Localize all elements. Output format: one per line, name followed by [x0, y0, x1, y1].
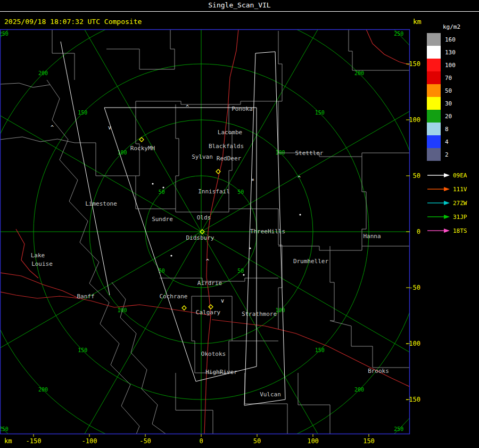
dot-marker — [170, 255, 172, 256]
right-axis-label: 150 — [409, 60, 420, 68]
scale-value: 30 — [445, 100, 452, 107]
radar-site-legend: 09EA111V27ZW31JP18TS — [427, 168, 478, 238]
range-ring-label: 150 — [315, 347, 325, 353]
asterisk-marker: * — [251, 178, 254, 184]
scale-row: 70 — [427, 71, 478, 84]
site-code: 27ZW — [453, 200, 467, 207]
scale-row: 20 — [427, 110, 478, 123]
site-code: 111V — [453, 186, 467, 193]
range-ring-label: 150 — [78, 347, 87, 353]
city-labels: PonokaLacombeBlackfaldsSylvanRedDeerStet… — [31, 105, 389, 398]
range-ring-label: 200 — [38, 70, 48, 76]
caret-marker: ^ — [51, 125, 54, 131]
radar-map: 5050505010010010010015015015015020020020… — [0, 0, 479, 448]
scale-swatch — [427, 33, 441, 46]
city-label-innisfail: Innisfail — [198, 188, 230, 195]
scale-row: 130 — [427, 46, 478, 59]
scale-row: 100 — [427, 59, 478, 71]
boundary-line — [176, 104, 179, 209]
boundary-line — [176, 373, 213, 434]
range-ring-label: 150 — [315, 110, 325, 116]
city-label-okotoks: Okotoks — [201, 351, 226, 357]
scale-value: 2 — [445, 151, 449, 158]
boundary-line — [136, 101, 139, 209]
range-ring-250km — [0, 0, 479, 448]
dot-marker — [249, 247, 251, 249]
scale-value: 4 — [445, 139, 449, 145]
site-code: 31JP — [453, 214, 467, 221]
site-arrow-icon — [427, 186, 450, 192]
bottom-axis-label: 100 — [307, 437, 319, 445]
bottom-axis-label: -150 — [26, 437, 42, 445]
range-ring-label: 50 — [237, 268, 244, 274]
range-ring-label: 250 — [0, 31, 9, 37]
city-label-reddeer: RedDeer — [217, 155, 242, 162]
right-axis-label: -100 — [405, 340, 420, 347]
city-label-olds: Olds — [197, 214, 211, 221]
city-label-limestone: Limestone — [85, 200, 117, 207]
site-arrow-icon — [427, 214, 450, 220]
city-label-calgary: Calgary — [196, 309, 221, 316]
scale-value: 160 — [445, 36, 456, 43]
site-row: 111V — [427, 182, 478, 196]
highway-line — [212, 320, 410, 387]
range-ring-label: 200 — [354, 70, 364, 76]
range-ring-label: 100 — [275, 150, 285, 156]
vee-marker: v — [108, 125, 111, 131]
right-axis-label: 50 — [413, 172, 420, 180]
scale-swatch — [427, 148, 441, 161]
station-diamond-marker — [209, 305, 213, 309]
range-ring-label: 200 — [354, 387, 364, 393]
right-axis-label: -50 — [409, 284, 420, 291]
city-label-drumheller: Drumheller — [293, 258, 329, 265]
right-axis-label: 0 — [417, 228, 420, 235]
scale-row: 4 — [427, 135, 478, 148]
site-arrow-icon — [427, 227, 450, 234]
scale-row: 30 — [427, 97, 478, 110]
dot-marker — [162, 186, 164, 188]
right-axis-label: -150 — [405, 396, 420, 403]
site-row: 27ZW — [427, 196, 478, 210]
scale-swatch — [427, 84, 441, 97]
scale-swatch — [427, 110, 441, 123]
site-arrow-icon — [427, 172, 450, 178]
scale-value: 50 — [445, 87, 452, 94]
city-label-banff: Banff — [77, 293, 94, 300]
scale-value: 20 — [445, 113, 452, 120]
dot-marker — [243, 274, 244, 275]
caret-marker: ^ — [186, 104, 189, 110]
dot-marker — [299, 214, 301, 215]
city-label-lake: Lake — [31, 252, 45, 259]
city-label-louise: Louise — [31, 260, 53, 267]
station-diamond-marker — [182, 306, 186, 310]
range-ring-label: 50 — [237, 189, 244, 195]
bottom-axis-unit: km — [4, 437, 12, 445]
scale-swatch — [427, 71, 441, 84]
city-label-cochrane: Cochrane — [160, 293, 188, 300]
site-row: 31JP — [427, 210, 478, 224]
site-arrow-icon — [427, 200, 450, 206]
radar-viewer-window: Single_Scan_VIL 2025/09/18 18:07:32 UTC … — [0, 0, 479, 448]
city-label-rockymh: RockyMH — [130, 145, 155, 152]
range-ring-label: 250 — [394, 426, 403, 432]
boundary-line — [106, 29, 175, 69]
scale-swatch — [427, 123, 441, 135]
bottom-axis-label: 50 — [253, 437, 261, 445]
boundary-line — [330, 246, 334, 321]
caret-marker: ^ — [206, 258, 209, 264]
boundary-line — [278, 31, 282, 153]
boundary-line — [47, 80, 139, 434]
dot-marker — [152, 183, 153, 184]
scale-swatch — [427, 46, 441, 59]
caret-marker: ^ — [298, 175, 301, 181]
boundary-line — [330, 321, 410, 368]
range-ring-label: 150 — [78, 110, 87, 116]
legend-unit-label: kg/m2 — [443, 23, 478, 33]
scale-value: 130 — [445, 49, 456, 56]
scale-value: 8 — [445, 126, 449, 133]
range-ring-label: 200 — [38, 387, 48, 393]
site-code: 09EA — [453, 172, 467, 179]
scale-value: 70 — [445, 75, 452, 82]
city-label-airdrie: Airdrie — [197, 280, 222, 287]
city-label-stettler: Stettler — [295, 150, 324, 157]
